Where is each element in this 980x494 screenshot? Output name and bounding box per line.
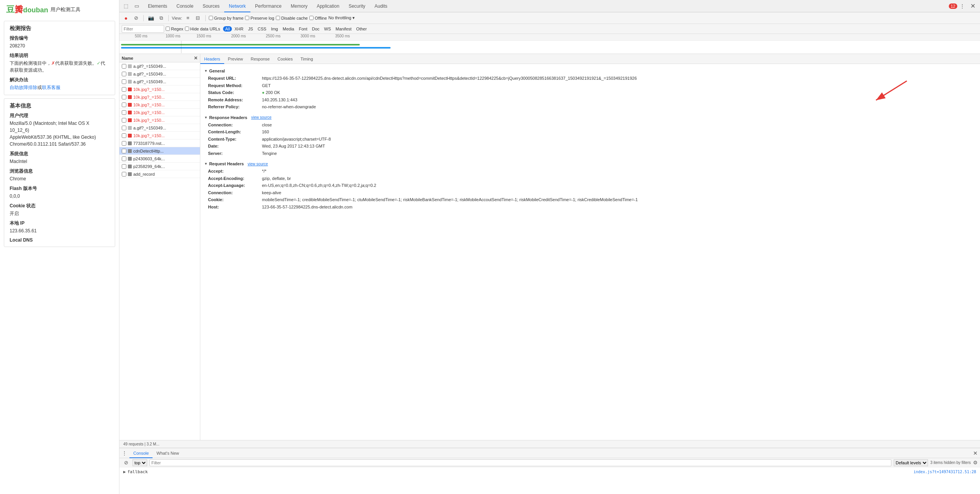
console-stop-icon[interactable]: ⊘ (122, 459, 130, 467)
tab-performance[interactable]: Performance (250, 0, 286, 12)
request-headers-title[interactable]: ▼ Request Headers view source (200, 160, 980, 168)
filter-type-xhr[interactable]: XHR (233, 26, 245, 32)
request-item[interactable]: 10k.jpg?_=150... (119, 93, 200, 101)
cookie-label: Cookie 状态 (10, 203, 109, 209)
view-source-response-link[interactable]: view source (251, 115, 272, 119)
hide-data-urls-input[interactable] (185, 27, 189, 31)
console-tab-whats-new[interactable]: What's New (153, 448, 183, 458)
request-checkbox[interactable] (122, 156, 126, 161)
request-checkbox[interactable] (122, 64, 126, 69)
request-item[interactable]: a.gif?_=150349... (119, 78, 200, 86)
request-checkbox[interactable] (122, 72, 126, 76)
offline-checkbox[interactable]: Offline (309, 16, 327, 20)
group-by-frame-checkbox[interactable]: Group by frame (209, 16, 243, 20)
record-button[interactable]: ● (122, 14, 130, 22)
filter-type-ws[interactable]: WS (322, 26, 333, 32)
console-source-link[interactable]: index.js?t=1497431712.51:28 (913, 470, 976, 474)
request-item[interactable]: 10k.jpg?_=150... (119, 86, 200, 93)
disable-cache-checkbox[interactable]: Disable cache (276, 16, 308, 20)
request-item[interactable]: a.gif?_=150349... (119, 70, 200, 78)
request-checkbox[interactable] (122, 79, 126, 84)
more-options-icon[interactable]: ⋮ (957, 1, 967, 11)
request-checkbox[interactable] (122, 164, 126, 169)
headers-tab-response[interactable]: Response (247, 54, 274, 64)
self-help-link[interactable]: 自助故障排除 (10, 85, 37, 90)
request-checkbox[interactable] (122, 126, 126, 130)
request-item[interactable]: p2358299_64k... (119, 163, 200, 170)
filter-type-js[interactable]: JS (246, 26, 255, 32)
request-checkbox[interactable] (122, 141, 126, 146)
tab-elements[interactable]: Elements (143, 0, 172, 12)
disable-cache-input[interactable] (276, 16, 280, 20)
request-checkbox[interactable] (122, 172, 126, 176)
request-item[interactable]: cdnDetectHttp... (119, 147, 200, 155)
request-item[interactable]: 10k.jpg?_=150... (119, 132, 200, 139)
console-context-select[interactable]: top (133, 459, 147, 466)
filter-type-media[interactable]: Media (281, 26, 296, 32)
request-item[interactable]: a.gif?_=150349... (119, 62, 200, 70)
general-title[interactable]: ▼ General (200, 67, 980, 75)
console-close-button[interactable]: ✕ (973, 450, 978, 456)
console-more-icon[interactable]: ⋮ (122, 450, 127, 456)
request-checkbox[interactable] (122, 87, 126, 92)
request-checkbox[interactable] (122, 118, 126, 123)
camera-icon[interactable]: 📷 (147, 14, 155, 22)
tab-console[interactable]: Console (172, 0, 198, 12)
filter-type-doc[interactable]: Doc (310, 26, 322, 32)
response-header-key: Content-Type: (208, 136, 262, 143)
headers-tab-cookies[interactable]: Cookies (274, 54, 297, 64)
console-filter-input[interactable] (149, 459, 891, 466)
headers-tab-preview[interactable]: Preview (224, 54, 247, 64)
console-level-select[interactable]: Default levels (894, 459, 928, 466)
request-item[interactable]: 10k.jpg?_=150... (119, 109, 200, 116)
filter-type-manifest[interactable]: Manifest (334, 26, 354, 32)
hide-data-urls-checkbox[interactable]: Hide data URLs (185, 27, 220, 31)
stop-button[interactable]: ⊘ (132, 14, 140, 22)
filter-type-css[interactable]: CSS (256, 26, 268, 32)
request-checkbox[interactable] (122, 149, 126, 153)
request-type-dot (128, 141, 132, 145)
request-item[interactable]: a.gif?_=150349... (119, 124, 200, 132)
headers-tab-headers[interactable]: Headers (200, 54, 224, 64)
devtools-close-button[interactable]: ✕ (967, 2, 978, 10)
request-checkbox[interactable] (122, 110, 126, 115)
inspect-icon[interactable]: ⬚ (121, 1, 131, 11)
tab-security[interactable]: Security (344, 0, 370, 12)
throttle-dropdown[interactable]: No throttling ▾ (329, 15, 355, 20)
console-settings-icon[interactable]: ⚙ (973, 460, 978, 465)
group-by-frame-input[interactable] (209, 16, 213, 20)
request-item[interactable]: 773318779.nst... (119, 139, 200, 147)
filter-icon[interactable]: ⧉ (157, 14, 165, 22)
detail-view-icon[interactable]: ⊟ (194, 14, 202, 22)
preserve-log-input[interactable] (245, 16, 249, 20)
request-item[interactable]: add_record (119, 170, 200, 178)
offline-input[interactable] (309, 16, 314, 20)
filter-type-other[interactable]: Other (354, 26, 369, 32)
regex-input[interactable] (166, 27, 170, 31)
response-headers-title[interactable]: ▼ Response Headers view source (200, 114, 980, 121)
tab-memory[interactable]: Memory (286, 0, 312, 12)
tab-application[interactable]: Application (312, 0, 344, 12)
request-item[interactable]: p2430603_64k... (119, 155, 200, 163)
tab-network[interactable]: Network (224, 0, 250, 12)
request-checkbox[interactable] (122, 133, 126, 138)
filter-input[interactable] (122, 25, 164, 33)
device-icon[interactable]: ▭ (132, 1, 142, 11)
view-source-request-link[interactable]: view source (248, 162, 268, 166)
filter-type-all[interactable]: All (223, 26, 232, 32)
request-item[interactable]: 10k.jpg?_=150... (119, 116, 200, 124)
filter-type-font[interactable]: Font (297, 26, 309, 32)
contact-link[interactable]: 联系客服 (42, 85, 60, 90)
list-view-icon[interactable]: ≡ (184, 14, 192, 22)
request-checkbox[interactable] (122, 95, 126, 99)
filter-type-img[interactable]: Img (269, 26, 280, 32)
request-checkbox[interactable] (122, 102, 126, 107)
tab-sources[interactable]: Sources (198, 0, 224, 12)
preserve-log-checkbox[interactable]: Preserve log (245, 16, 274, 20)
tab-audits[interactable]: Audits (370, 0, 392, 12)
headers-tab-timing[interactable]: Timing (297, 54, 317, 64)
console-tab-console[interactable]: Console (129, 448, 153, 458)
close-panel-button[interactable]: ✕ (194, 55, 198, 61)
regex-checkbox[interactable]: Regex (166, 27, 183, 31)
request-item[interactable]: 10k.jpg?_=150... (119, 101, 200, 109)
